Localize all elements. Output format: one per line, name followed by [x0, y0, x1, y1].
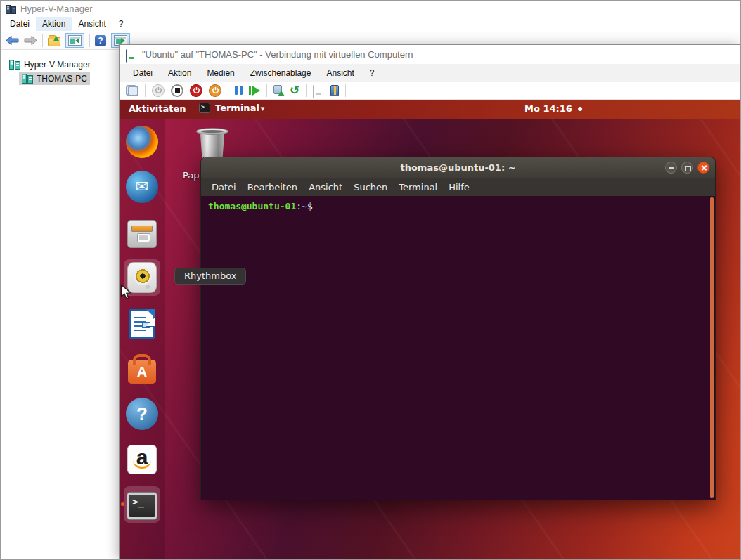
shutdown-icon[interactable]: [190, 84, 202, 97]
dock-item-amazon[interactable]: [124, 441, 160, 477]
checkpoint-icon[interactable]: [273, 85, 283, 96]
terminal-scrollbar[interactable]: [710, 197, 714, 498]
start-icon: [152, 84, 165, 97]
terminal-menu-hilfe[interactable]: Hilfe: [443, 180, 475, 195]
app-menu-label: Terminal: [215, 103, 264, 113]
snap-in-folder-icon[interactable]: [48, 35, 60, 46]
dock-tooltip: Rhythmbox: [174, 268, 246, 285]
back-icon[interactable]: [6, 35, 19, 46]
dock-item-help[interactable]: [124, 396, 160, 432]
terminal-mini-icon: [199, 103, 210, 113]
resume-icon[interactable]: [249, 86, 260, 96]
dock-item-firefox[interactable]: [124, 124, 160, 160]
vm-menu-aktion[interactable]: Aktion: [160, 66, 199, 80]
terminal-menu-datei[interactable]: Datei: [206, 180, 242, 195]
tree-root-label: Hyper-V-Manager: [24, 60, 91, 70]
prompt-dollar: $: [307, 201, 313, 211]
maximize-button[interactable]: [681, 162, 693, 174]
tree-item-hyperv-manager[interactable]: Hyper-V-Manager: [6, 58, 94, 71]
dock-item-libreoffice-writer[interactable]: [124, 305, 160, 341]
close-button[interactable]: [697, 162, 709, 174]
prompt-path: ~: [302, 201, 307, 211]
toolbar-separator: [42, 34, 43, 47]
tree-item-thomas-pc[interactable]: THOMAS-PC: [19, 72, 90, 85]
hyperv-menu-datei[interactable]: Datei: [4, 17, 36, 31]
help-icon: [126, 398, 158, 430]
hyperv-tree-panel: Hyper-V-Manager THOMAS-PC: [1, 50, 119, 559]
console-tree-icon[interactable]: [65, 33, 84, 48]
toolbar-separator: [145, 84, 146, 97]
revert-icon[interactable]: ↺: [290, 85, 299, 96]
thunderbird-icon: [126, 171, 158, 203]
terminal-menu-terminal[interactable]: Terminal: [393, 180, 443, 195]
clock-label: Mo 14:16: [524, 103, 572, 114]
desktop-root: Hyper-V-Manager Datei Aktion Ansicht ? ?…: [0, 0, 741, 560]
vm-window-title: "Ubuntu" auf "THOMAS-PC" - Verbindung mi…: [142, 49, 413, 60]
pause-icon[interactable]: [235, 86, 243, 95]
terminal-menubar: Datei Bearbeiten Ansicht Suchen Terminal…: [201, 178, 715, 196]
trash-lid-icon: [196, 128, 228, 135]
vm-toolbar: ↺: [120, 82, 740, 100]
trash-icon[interactable]: [199, 131, 226, 159]
running-indicator-dot: [121, 502, 124, 506]
hyperv-menu-hilfe[interactable]: ?: [112, 17, 130, 31]
vm-menubar: Datei Aktion Medien Zwischenablage Ansic…: [120, 64, 740, 82]
dock-item-ubuntu-software[interactable]: [124, 350, 160, 386]
ubuntu-desktop: Aktivitäten Terminal Mo 14:16: [120, 100, 740, 559]
dock-item-terminal[interactable]: [124, 486, 160, 523]
mouse-cursor-icon: [120, 284, 132, 303]
vm-menu-ansicht[interactable]: Ansicht: [318, 66, 361, 80]
vm-menu-medien[interactable]: Medien: [199, 66, 242, 80]
prompt-user-host: thomas@ubuntu-01: [208, 201, 296, 211]
vm-menu-zwischenablage[interactable]: Zwischenablage: [243, 66, 319, 80]
server-grid-icon: [22, 74, 33, 84]
focused-app-menu[interactable]: Terminal: [199, 103, 264, 113]
files-icon: [127, 220, 157, 248]
toolbar-separator: [266, 84, 267, 97]
notification-dot-icon: [578, 107, 582, 111]
terminal-menu-bearbeiten[interactable]: Bearbeiten: [242, 180, 303, 195]
hyperv-menubar: Datei Aktion Ansicht ?: [1, 16, 740, 32]
dock: [120, 119, 165, 559]
toolbar-separator: [89, 34, 90, 47]
trash-label: Pap: [183, 170, 199, 181]
terminal-menu-ansicht[interactable]: Ansicht: [303, 180, 348, 195]
terminal-body[interactable]: thomas@ubuntu-01:~$: [201, 196, 715, 500]
terminal-menu-suchen[interactable]: Suchen: [348, 180, 393, 195]
dock-item-files[interactable]: [124, 214, 160, 251]
libreoffice-writer-icon: [129, 309, 155, 339]
enhanced-session-icon: [313, 86, 324, 95]
vm-connection-window: "Ubuntu" auf "THOMAS-PC" - Verbindung mi…: [119, 44, 740, 559]
turn-off-icon[interactable]: [171, 84, 183, 97]
vm-menu-hilfe[interactable]: ?: [362, 66, 382, 80]
forward-icon[interactable]: [24, 35, 37, 46]
ubuntu-software-icon: [128, 360, 156, 384]
vm-menu-datei[interactable]: Datei: [125, 66, 160, 80]
terminal-icon: [127, 493, 157, 519]
terminal-window: thomas@ubuntu-01: ~ Datei Bearbeiten Ans…: [200, 157, 716, 500]
minimize-button[interactable]: [665, 162, 677, 174]
hyperv-menu-aktion[interactable]: Aktion: [36, 17, 72, 31]
hyperv-window-title: Hyper-V-Manager: [20, 4, 93, 14]
amazon-icon: [127, 445, 157, 474]
toolbar-separator: [306, 84, 307, 97]
gnome-topbar: Aktivitäten Terminal Mo 14:16: [120, 100, 740, 119]
save-state-icon[interactable]: [209, 84, 221, 97]
hyperv-titlebar: Hyper-V-Manager: [1, 1, 740, 16]
hyperv-menu-ansicht[interactable]: Ansicht: [72, 17, 112, 31]
toolbar-separator: [228, 84, 228, 97]
prompt-colon: :: [296, 201, 302, 211]
terminal-headerbar[interactable]: thomas@ubuntu-01: ~: [201, 157, 715, 178]
ctrl-alt-del-icon[interactable]: [126, 85, 138, 96]
firefox-icon: [126, 126, 158, 158]
server-grid-icon: [9, 60, 20, 70]
dock-item-thunderbird[interactable]: [124, 169, 160, 205]
devices-icon[interactable]: [330, 85, 339, 96]
shell-prompt: thomas@ubuntu-01:~$: [208, 201, 708, 211]
terminal-window-title: thomas@ubuntu-01: ~: [400, 162, 515, 173]
activities-button[interactable]: Aktivitäten: [129, 103, 186, 114]
help-icon[interactable]: ?: [95, 35, 106, 46]
tree-child-label: THOMAS-PC: [37, 74, 87, 84]
clock-button[interactable]: Mo 14:16: [524, 103, 582, 114]
hyperv-app-icon: [6, 4, 16, 13]
